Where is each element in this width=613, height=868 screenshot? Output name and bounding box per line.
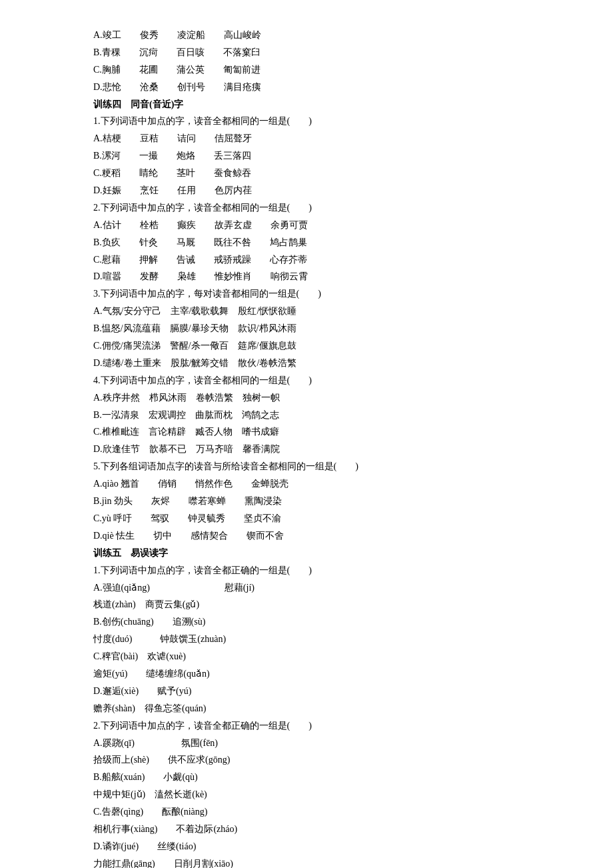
section-title: 训练五 易误读字 (93, 545, 533, 562)
question-line: 2.下列词语中加点的字，读音全都相同的一组是( ) (93, 199, 533, 217)
item-line: C.粳稻 睛纶 茎叶 蚕食鲸吞 (93, 165, 533, 182)
item-line: B.创伤(chuāng) 追溯(sù) (93, 613, 533, 631)
item-line: A.秩序井然 栉风沐雨 卷帙浩繁 独树一帜 (93, 389, 533, 407)
item-line: A.强迫(qiǎng) 慰藉(jí) (93, 579, 533, 597)
item-line: C.慰藉 押解 告诫 戒骄戒躁 心存芥蒂 (93, 251, 533, 269)
item-line: 忖度(duó) 钟鼓馔玉(zhuàn) (93, 631, 533, 648)
item-line: D.欣逢佳节 歆慕不已 万马齐喑 馨香满院 (93, 441, 533, 458)
question-line: 4.下列词语中加点的字，读音全都相同的一组是( ) (93, 372, 533, 389)
item-line: B.一泓清泉 宏观调控 曲肱而枕 鸿鹄之志 (93, 407, 533, 424)
main-content: A.竣工 俊秀 凌淀船 高山峻岭B.青稞 沉疴 百日咳 不落窠臼C.胸脯 花圃 … (93, 27, 533, 868)
item-line: D.qiè 怯生 切中 感情契合 锲而不舍 (93, 527, 533, 545)
item-line: A.qiào 翘首 俏销 悄然作色 金蝉脱壳 (93, 475, 533, 493)
item-line: A.竣工 俊秀 凌淀船 高山峻岭 (93, 27, 533, 44)
item-line: 力能扛鼎(gāng) 日削月割(xiāo) (93, 855, 533, 868)
item-line: B.船舷(xuán) 小觑(qù) (93, 769, 533, 786)
item-line: 逾矩(yú) 缱绻缠绵(quǎn) (93, 665, 533, 683)
question-line: 2.下列词语中加点的字，读音全都正确的一组是( ) (93, 717, 533, 735)
section-title: 训练四 同音(音近)字 (93, 96, 533, 113)
item-line: 栈道(zhàn) 商贾云集(gǔ) (93, 596, 533, 613)
item-line: D.谲诈(jué) 丝缕(tiáo) (93, 838, 533, 855)
item-line: C.告磬(qìng) 酝酿(niàng) (93, 803, 533, 821)
item-line: 拾级而上(shè) 供不应求(gōng) (93, 751, 533, 769)
item-line: A.气氛/安分守己 主宰/载歌载舞 殷红/恹恹欲睡 (93, 303, 533, 320)
item-line: B.负疚 针灸 马厩 既往不咎 鸠占鹊巢 (93, 234, 533, 251)
question-line: 5.下列各组词语加点字的读音与所给读音全都相同的一组是( ) (93, 458, 533, 475)
question-line: 1.下列词语中加点的字，读音全都正确的一组是( ) (93, 562, 533, 579)
item-line: C.胸脯 花圃 蒲公英 匍匐前进 (93, 61, 533, 79)
item-line: D.妊娠 烹饪 任用 色厉内荏 (93, 182, 533, 199)
item-line: A.蹊跷(qī) 氛围(fēn) (93, 735, 533, 752)
item-line: B.青稞 沉疴 百日咳 不落窠臼 (93, 44, 533, 61)
item-line: B.愠怒/风流蕴藉 膈膜/暴珍天物 款识/栉风沐雨 (93, 320, 533, 337)
item-line: D.邂逅(xiè) 赋予(yú) (93, 683, 533, 700)
item-line: C.稗官(bài) 欢谑(xuè) (93, 648, 533, 665)
item-line: B.jìn 劲头 灰烬 噤若寒蝉 熏陶浸染 (93, 493, 533, 510)
item-line: 赡养(shàn) 得鱼忘筌(quán) (93, 700, 533, 717)
question-line: 1.下列词语中加点的字，读音全都相同的一组是( ) (93, 113, 533, 130)
item-line: 中规中矩(jǔ) 溘然长逝(kè) (93, 786, 533, 803)
item-line: D.缱绻/卷土重来 股肱/觥筹交错 散伙/卷帙浩繁 (93, 355, 533, 372)
item-line: 相机行事(xiàng) 不着边际(zháo) (93, 821, 533, 838)
item-line: A.桔梗 豆秸 诘问 佶屈聱牙 (93, 130, 533, 147)
item-line: C.椎椎毗连 言论精辟 臧否人物 嗜书成癖 (93, 423, 533, 441)
item-line: C.佣傥/痛哭流涕 警醒/杀一儆百 筵席/偃旗息鼓 (93, 337, 533, 355)
item-line: D.喧嚣 发酵 枭雄 惟妙惟肖 响彻云霄 (93, 268, 533, 285)
question-line: 3.下列词语中加点的字，每对读音都相同的一组是( ) (93, 285, 533, 303)
item-line: B.漯河 一撮 炮烙 丢三落四 (93, 147, 533, 165)
item-line: D.悲怆 沧桑 创刊号 满目疮痍 (93, 79, 533, 96)
item-line: C.yù 呼吁 驾驭 钟灵毓秀 坚贞不渝 (93, 510, 533, 527)
item-line: A.估计 栓梏 癫疾 故弄玄虚 余勇可贾 (93, 217, 533, 234)
